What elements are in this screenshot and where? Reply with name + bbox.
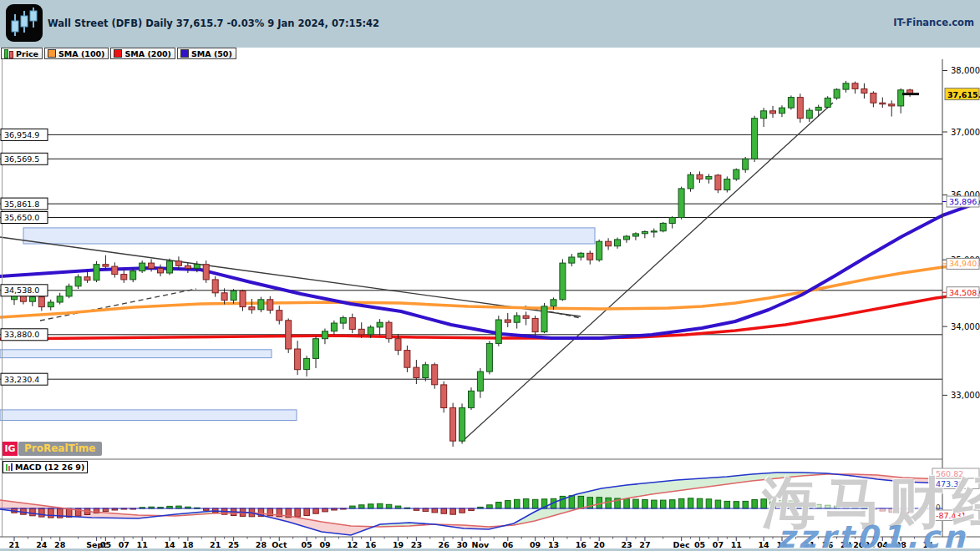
svg-text:11: 11	[137, 540, 148, 549]
ig-logo[interactable]: IG	[3, 442, 18, 456]
svg-text:26: 26	[439, 540, 450, 549]
header-bar: Wall Street (DFB) Daily 37,615.7 -0.03% …	[0, 0, 980, 48]
macd-indicator-button[interactable]: MACD (12 26 9)	[3, 461, 88, 473]
svg-text:28: 28	[840, 540, 852, 549]
svg-text:21: 21	[804, 540, 815, 549]
price-axis: 38,00037,00036,00035,00034,00033,00035,8…	[942, 66, 980, 400]
candlestick-logo-icon	[6, 4, 43, 42]
svg-text:Nov: Nov	[472, 540, 490, 549]
svg-text:25: 25	[228, 540, 239, 549]
svg-text:07: 07	[713, 540, 724, 549]
svg-text:21: 21	[210, 540, 221, 549]
svg-text:Oct: Oct	[272, 540, 287, 549]
svg-text:33,230.4: 33,230.4	[4, 375, 39, 384]
svg-text:37,000: 37,000	[951, 128, 980, 137]
legend-sma50-label: SMA (50)	[191, 49, 232, 58]
macd-fills	[0, 473, 977, 535]
itfinance-brand: IT-Finance.com	[893, 17, 974, 28]
legend-price-label: Price	[16, 49, 38, 58]
instrument-title: Wall Street (DFB) Daily 37,615.7 -0.03% …	[48, 18, 379, 29]
macd-axis-labels: 560.82473.390-87.431	[932, 468, 979, 521]
svg-text:16: 16	[365, 540, 377, 549]
svg-text:05: 05	[301, 540, 312, 549]
svg-text:Dec: Dec	[673, 540, 690, 549]
svg-text:13: 13	[548, 540, 559, 549]
sma100-color-icon	[48, 49, 56, 58]
svg-text:-87.431: -87.431	[936, 511, 967, 520]
svg-text:28: 28	[256, 540, 267, 549]
svg-text:26: 26	[822, 540, 834, 549]
svg-text:36,954.9: 36,954.9	[4, 130, 39, 139]
svg-text:23: 23	[411, 540, 422, 549]
macd-indicator-label: MACD (12 26 9)	[15, 463, 84, 472]
svg-text:07: 07	[119, 540, 129, 549]
svg-text:36,569.5: 36,569.5	[4, 154, 39, 164]
svg-text:473.39: 473.39	[936, 479, 963, 488]
chart-canvas[interactable]: 38,00037,00036,00035,00034,00033,00035,8…	[0, 0, 980, 551]
svg-text:33,880.0: 33,880.0	[4, 330, 39, 339]
legend-sma200-button[interactable]: SMA (200)	[110, 48, 175, 59]
support-resistance-zones	[0, 228, 595, 421]
svg-text:34,508..: 34,508..	[949, 288, 980, 297]
svg-text:14: 14	[164, 540, 175, 549]
svg-text:35,861.8: 35,861.8	[4, 200, 39, 209]
macd-mini-icon	[6, 463, 13, 471]
macd-signal-line	[0, 474, 977, 527]
svg-text:23: 23	[621, 540, 632, 549]
svg-text:38,000: 38,000	[951, 66, 980, 75]
svg-text:05: 05	[694, 540, 705, 549]
svg-text:35,896..: 35,896..	[949, 197, 980, 206]
svg-text:05: 05	[100, 540, 111, 549]
svg-text:20: 20	[594, 540, 606, 549]
legend-sma100-label: SMA (100)	[58, 49, 104, 58]
macd-line	[0, 473, 977, 535]
svg-text:24: 24	[36, 540, 48, 549]
legend-sma100-button[interactable]: SMA (100)	[44, 48, 109, 59]
trading-chart-window: 38,00037,00036,00035,00034,00033,00035,8…	[0, 0, 980, 551]
svg-text:33,000: 33,000	[951, 391, 980, 400]
svg-text:34,538.0: 34,538.0	[4, 286, 39, 295]
svg-text:18: 18	[182, 540, 194, 549]
prorealtime-badge[interactable]: ProRealTime	[18, 442, 102, 456]
sma50-color-icon	[180, 49, 189, 58]
svg-text:08: 08	[896, 540, 907, 549]
macd-histogram	[12, 496, 913, 518]
legend-sma200-label: SMA (200)	[124, 49, 170, 58]
svg-text:09: 09	[319, 540, 330, 549]
horizontal-levels	[0, 134, 942, 379]
legend-bar: Price SMA (100) SMA (200) SMA (50)	[0, 48, 980, 59]
svg-text:11: 11	[922, 540, 933, 549]
svg-text:18: 18	[776, 540, 788, 549]
svg-text:35,650.0: 35,650.0	[4, 213, 39, 222]
svg-text:16: 16	[576, 540, 587, 549]
svg-text:19: 19	[393, 540, 404, 549]
svg-text:27: 27	[639, 540, 650, 549]
svg-text:14: 14	[758, 540, 769, 549]
svg-text:12: 12	[347, 540, 358, 549]
svg-text:34,000: 34,000	[951, 322, 980, 331]
price-candle-icon	[4, 49, 13, 58]
svg-text:21: 21	[8, 540, 19, 549]
sma200-color-icon	[114, 49, 122, 58]
trendlines	[0, 103, 833, 442]
svg-text:09: 09	[530, 540, 541, 549]
svg-text:28: 28	[54, 540, 66, 549]
time-axis: 212428Sept0507111418212528Oct05091216192…	[8, 537, 933, 549]
level-labels: 36,954.936,569.535,861.835,650.034,538.0…	[1, 129, 48, 385]
svg-text:2024: 2024	[853, 540, 876, 549]
legend-price-button[interactable]: Price	[1, 48, 43, 59]
svg-text:37,615..: 37,615..	[947, 90, 980, 99]
svg-text:06: 06	[502, 540, 514, 549]
svg-text:560.82: 560.82	[936, 469, 963, 478]
svg-text:11: 11	[731, 540, 742, 549]
svg-text:30: 30	[456, 540, 468, 549]
candlestick-series	[12, 81, 913, 447]
svg-text:34,940..: 34,940..	[949, 259, 980, 268]
svg-text:04: 04	[877, 540, 889, 549]
legend-sma50-button[interactable]: SMA (50)	[177, 48, 236, 59]
current-price-dash	[902, 93, 919, 95]
